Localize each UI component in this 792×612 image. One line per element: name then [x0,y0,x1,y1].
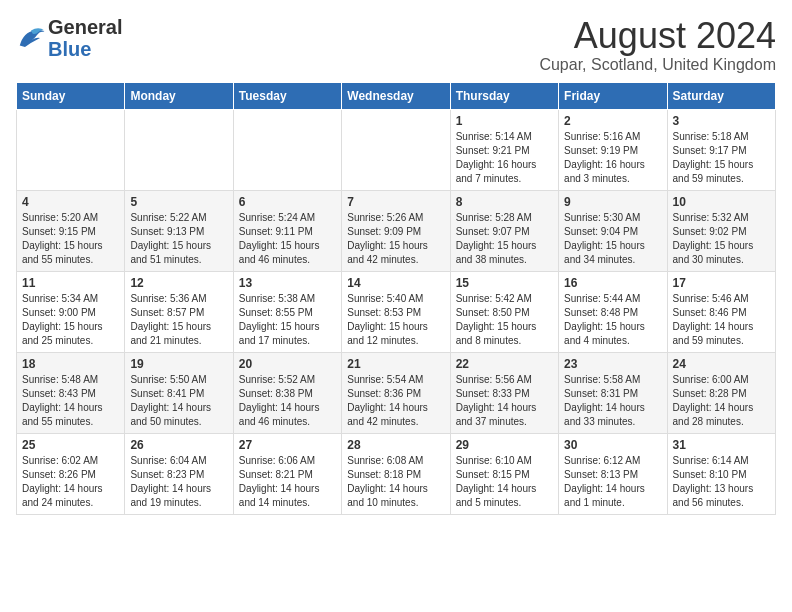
day-header-thursday: Thursday [450,82,558,109]
day-info: Sunrise: 6:02 AM Sunset: 8:26 PM Dayligh… [22,454,119,510]
calendar-cell: 19Sunrise: 5:50 AM Sunset: 8:41 PM Dayli… [125,352,233,433]
day-info: Sunrise: 5:44 AM Sunset: 8:48 PM Dayligh… [564,292,661,348]
calendar-cell [17,109,125,190]
day-number: 17 [673,276,770,290]
week-row-5: 25Sunrise: 6:02 AM Sunset: 8:26 PM Dayli… [17,433,776,514]
day-number: 16 [564,276,661,290]
day-number: 28 [347,438,444,452]
day-info: Sunrise: 5:38 AM Sunset: 8:55 PM Dayligh… [239,292,336,348]
day-info: Sunrise: 6:06 AM Sunset: 8:21 PM Dayligh… [239,454,336,510]
calendar-cell: 17Sunrise: 5:46 AM Sunset: 8:46 PM Dayli… [667,271,775,352]
calendar-cell: 1Sunrise: 5:14 AM Sunset: 9:21 PM Daylig… [450,109,558,190]
day-header-wednesday: Wednesday [342,82,450,109]
day-number: 18 [22,357,119,371]
calendar-cell: 16Sunrise: 5:44 AM Sunset: 8:48 PM Dayli… [559,271,667,352]
day-number: 2 [564,114,661,128]
calendar-cell: 5Sunrise: 5:22 AM Sunset: 9:13 PM Daylig… [125,190,233,271]
calendar-cell: 30Sunrise: 6:12 AM Sunset: 8:13 PM Dayli… [559,433,667,514]
logo-general: General [48,16,122,38]
day-info: Sunrise: 6:12 AM Sunset: 8:13 PM Dayligh… [564,454,661,510]
day-info: Sunrise: 5:32 AM Sunset: 9:02 PM Dayligh… [673,211,770,267]
day-header-monday: Monday [125,82,233,109]
logo-text: General Blue [48,16,122,60]
header-row: SundayMondayTuesdayWednesdayThursdayFrid… [17,82,776,109]
week-row-1: 1Sunrise: 5:14 AM Sunset: 9:21 PM Daylig… [17,109,776,190]
calendar-cell: 14Sunrise: 5:40 AM Sunset: 8:53 PM Dayli… [342,271,450,352]
day-info: Sunrise: 5:14 AM Sunset: 9:21 PM Dayligh… [456,130,553,186]
day-number: 14 [347,276,444,290]
day-info: Sunrise: 5:34 AM Sunset: 9:00 PM Dayligh… [22,292,119,348]
day-info: Sunrise: 5:56 AM Sunset: 8:33 PM Dayligh… [456,373,553,429]
day-info: Sunrise: 6:14 AM Sunset: 8:10 PM Dayligh… [673,454,770,510]
day-number: 3 [673,114,770,128]
calendar-cell [233,109,341,190]
day-number: 9 [564,195,661,209]
calendar-cell: 18Sunrise: 5:48 AM Sunset: 8:43 PM Dayli… [17,352,125,433]
day-number: 12 [130,276,227,290]
day-info: Sunrise: 5:58 AM Sunset: 8:31 PM Dayligh… [564,373,661,429]
day-info: Sunrise: 5:18 AM Sunset: 9:17 PM Dayligh… [673,130,770,186]
logo: General Blue [16,16,122,60]
day-info: Sunrise: 6:04 AM Sunset: 8:23 PM Dayligh… [130,454,227,510]
day-info: Sunrise: 5:28 AM Sunset: 9:07 PM Dayligh… [456,211,553,267]
calendar-cell: 7Sunrise: 5:26 AM Sunset: 9:09 PM Daylig… [342,190,450,271]
calendar-cell: 26Sunrise: 6:04 AM Sunset: 8:23 PM Dayli… [125,433,233,514]
day-number: 8 [456,195,553,209]
day-info: Sunrise: 5:40 AM Sunset: 8:53 PM Dayligh… [347,292,444,348]
day-number: 31 [673,438,770,452]
day-info: Sunrise: 6:10 AM Sunset: 8:15 PM Dayligh… [456,454,553,510]
calendar-cell: 13Sunrise: 5:38 AM Sunset: 8:55 PM Dayli… [233,271,341,352]
day-number: 10 [673,195,770,209]
calendar-cell: 6Sunrise: 5:24 AM Sunset: 9:11 PM Daylig… [233,190,341,271]
day-number: 5 [130,195,227,209]
calendar-cell: 4Sunrise: 5:20 AM Sunset: 9:15 PM Daylig… [17,190,125,271]
title-block: August 2024 Cupar, Scotland, United King… [539,16,776,74]
day-info: Sunrise: 5:46 AM Sunset: 8:46 PM Dayligh… [673,292,770,348]
day-info: Sunrise: 6:08 AM Sunset: 8:18 PM Dayligh… [347,454,444,510]
calendar-cell: 9Sunrise: 5:30 AM Sunset: 9:04 PM Daylig… [559,190,667,271]
day-number: 24 [673,357,770,371]
calendar-cell: 24Sunrise: 6:00 AM Sunset: 8:28 PM Dayli… [667,352,775,433]
day-number: 13 [239,276,336,290]
day-info: Sunrise: 5:22 AM Sunset: 9:13 PM Dayligh… [130,211,227,267]
day-number: 6 [239,195,336,209]
day-info: Sunrise: 6:00 AM Sunset: 8:28 PM Dayligh… [673,373,770,429]
day-number: 1 [456,114,553,128]
day-info: Sunrise: 5:50 AM Sunset: 8:41 PM Dayligh… [130,373,227,429]
day-number: 30 [564,438,661,452]
day-info: Sunrise: 5:16 AM Sunset: 9:19 PM Dayligh… [564,130,661,186]
day-number: 20 [239,357,336,371]
calendar-cell: 23Sunrise: 5:58 AM Sunset: 8:31 PM Dayli… [559,352,667,433]
calendar-cell [342,109,450,190]
calendar-cell: 22Sunrise: 5:56 AM Sunset: 8:33 PM Dayli… [450,352,558,433]
day-number: 15 [456,276,553,290]
calendar-cell: 11Sunrise: 5:34 AM Sunset: 9:00 PM Dayli… [17,271,125,352]
day-number: 7 [347,195,444,209]
calendar-cell: 8Sunrise: 5:28 AM Sunset: 9:07 PM Daylig… [450,190,558,271]
week-row-4: 18Sunrise: 5:48 AM Sunset: 8:43 PM Dayli… [17,352,776,433]
calendar-cell: 3Sunrise: 5:18 AM Sunset: 9:17 PM Daylig… [667,109,775,190]
day-number: 27 [239,438,336,452]
calendar-cell: 2Sunrise: 5:16 AM Sunset: 9:19 PM Daylig… [559,109,667,190]
page-header: General Blue August 2024 Cupar, Scotland… [16,16,776,74]
calendar-cell: 28Sunrise: 6:08 AM Sunset: 8:18 PM Dayli… [342,433,450,514]
day-number: 4 [22,195,119,209]
day-number: 25 [22,438,119,452]
day-info: Sunrise: 5:54 AM Sunset: 8:36 PM Dayligh… [347,373,444,429]
day-info: Sunrise: 5:52 AM Sunset: 8:38 PM Dayligh… [239,373,336,429]
day-info: Sunrise: 5:24 AM Sunset: 9:11 PM Dayligh… [239,211,336,267]
calendar-cell: 12Sunrise: 5:36 AM Sunset: 8:57 PM Dayli… [125,271,233,352]
calendar-subtitle: Cupar, Scotland, United Kingdom [539,56,776,74]
calendar-cell: 31Sunrise: 6:14 AM Sunset: 8:10 PM Dayli… [667,433,775,514]
calendar-cell: 15Sunrise: 5:42 AM Sunset: 8:50 PM Dayli… [450,271,558,352]
calendar-cell: 27Sunrise: 6:06 AM Sunset: 8:21 PM Dayli… [233,433,341,514]
calendar-cell: 20Sunrise: 5:52 AM Sunset: 8:38 PM Dayli… [233,352,341,433]
day-header-tuesday: Tuesday [233,82,341,109]
week-row-3: 11Sunrise: 5:34 AM Sunset: 9:00 PM Dayli… [17,271,776,352]
week-row-2: 4Sunrise: 5:20 AM Sunset: 9:15 PM Daylig… [17,190,776,271]
day-number: 11 [22,276,119,290]
day-number: 19 [130,357,227,371]
calendar-cell: 10Sunrise: 5:32 AM Sunset: 9:02 PM Dayli… [667,190,775,271]
logo-blue: Blue [48,38,122,60]
calendar-cell [125,109,233,190]
